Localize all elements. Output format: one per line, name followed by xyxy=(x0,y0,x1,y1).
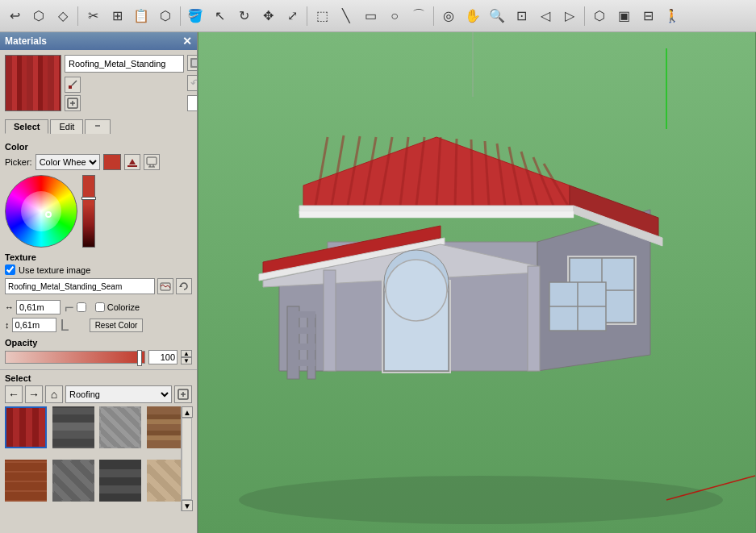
opacity-slider[interactable] xyxy=(5,351,145,364)
width-icon: ↔ xyxy=(5,302,14,312)
width-input[interactable] xyxy=(16,300,61,314)
picker-label: Picker: xyxy=(5,157,32,167)
scroll-track[interactable] xyxy=(182,418,192,500)
rectangle-button[interactable]: ▭ xyxy=(359,5,382,27)
component-button[interactable]: ⬡ xyxy=(588,5,611,27)
arc-button[interactable]: ⌒ xyxy=(407,5,430,27)
orbit-button[interactable]: ◎ xyxy=(437,5,460,27)
tab-extra[interactable] xyxy=(85,119,111,134)
opacity-spinner: ▲ ▼ xyxy=(181,350,192,364)
circle-button[interactable]: ○ xyxy=(383,5,406,27)
separator-5 xyxy=(584,6,585,26)
display-picker-button[interactable] xyxy=(187,55,198,71)
swatch-dark-shingle[interactable] xyxy=(99,460,141,502)
select-tool-button[interactable]: ↖ xyxy=(208,5,231,27)
browse-texture-button[interactable] xyxy=(157,278,173,294)
main-area: Materials ✕ xyxy=(0,32,756,533)
cut-button[interactable]: ✂ xyxy=(81,5,104,27)
panel-close-button[interactable]: ✕ xyxy=(182,35,192,48)
next-view-button[interactable]: ▷ xyxy=(558,5,581,27)
line-button[interactable]: ╲ xyxy=(335,5,357,27)
zoom-extents-button[interactable]: ⊡ xyxy=(510,5,533,27)
swatch-red-tiles[interactable] xyxy=(5,406,47,448)
svg-point-55 xyxy=(386,260,447,321)
new-button[interactable]: ↩ xyxy=(3,5,26,27)
reload-texture-button[interactable] xyxy=(176,278,192,294)
reset-color-button[interactable]: Reset Color xyxy=(90,319,144,332)
material-preview-swatch xyxy=(5,55,61,111)
group-button[interactable]: ▣ xyxy=(612,5,635,27)
erase-button[interactable]: ⬡ xyxy=(154,5,177,27)
forward-button[interactable]: → xyxy=(25,385,43,403)
save-button[interactable]: ◇ xyxy=(52,5,74,27)
use-texture-checkbox[interactable] xyxy=(5,264,15,275)
swatch-brick[interactable] xyxy=(5,460,47,502)
white-square-button[interactable] xyxy=(187,95,198,111)
color-swatch[interactable] xyxy=(103,154,121,170)
swatch-slate[interactable] xyxy=(99,406,141,448)
add-to-model-button[interactable] xyxy=(174,385,192,403)
color-wheel[interactable] xyxy=(5,175,77,248)
use-texture-row: Use texture image xyxy=(5,264,192,275)
tab-select[interactable]: Select xyxy=(5,119,48,134)
navigation-row: ← → ⌂ Roofing xyxy=(5,385,192,403)
pushpull-button[interactable]: ⬚ xyxy=(311,5,333,27)
add-material-button[interactable] xyxy=(65,95,81,111)
color-cursor xyxy=(45,211,52,218)
opacity-value-input[interactable] xyxy=(148,350,178,364)
pan-button[interactable]: ✋ xyxy=(462,5,484,27)
fill-color-button[interactable] xyxy=(124,154,140,170)
texture-name-input[interactable] xyxy=(5,278,155,294)
panel-title: Materials xyxy=(5,35,47,47)
svg-line-33 xyxy=(471,139,473,206)
section-button[interactable]: ⊟ xyxy=(637,5,659,27)
prev-view-button[interactable]: ◁ xyxy=(534,5,557,27)
bottom-select-section: Select ← → ⌂ Roofing xyxy=(0,369,197,514)
height-input[interactable] xyxy=(12,318,56,332)
color-picker-row: Picker: Color Wheel HLS HSB RGB List xyxy=(5,154,192,170)
swatch-dark-tiles[interactable] xyxy=(52,406,94,448)
undo-material-button[interactable]: ↶ xyxy=(187,75,198,91)
tab-edit[interactable]: Edit xyxy=(50,119,83,134)
bottom-select-label: Select xyxy=(5,373,192,383)
picker-select[interactable]: Color Wheel HLS HSB RGB List xyxy=(36,154,100,170)
svg-rect-0 xyxy=(69,85,72,89)
colorize-checkbox[interactable] xyxy=(95,302,105,312)
lock-ratio-checkbox[interactable] xyxy=(77,302,86,312)
dimensions-section: ↔ ⌐ Colorize ↕ L Reset Color xyxy=(5,299,192,333)
toolbar: ↩ ⬡ ◇ ✂ ⊞ 📋 ⬡ 🪣 ↖ ↻ ✥ ⤢ ⬚ ╲ ▭ ○ ⌒ ◎ ✋ 🔍 … xyxy=(0,0,756,32)
sample-color-button[interactable] xyxy=(65,77,81,93)
category-select[interactable]: Roofing xyxy=(65,385,172,403)
material-name-input[interactable] xyxy=(65,55,184,73)
use-texture-label: Use texture image xyxy=(19,265,90,275)
screen-color-picker[interactable] xyxy=(144,154,160,170)
move-tool-button[interactable]: ✥ xyxy=(257,5,279,27)
opacity-thumb xyxy=(137,350,142,366)
hue-slider[interactable] xyxy=(82,175,95,248)
open-button[interactable]: ⬡ xyxy=(27,5,50,27)
viewport[interactable] xyxy=(198,32,756,533)
hue-cursor xyxy=(81,197,96,200)
swatches-grid xyxy=(5,406,192,511)
paint-bucket-button[interactable]: 🪣 xyxy=(184,5,207,27)
scroll-up-button[interactable]: ▲ xyxy=(182,406,193,418)
separator-3 xyxy=(307,6,307,26)
chain-icon: ⌐ xyxy=(65,299,74,315)
home-button[interactable]: ⌂ xyxy=(45,385,63,403)
zoom-button[interactable]: 🔍 xyxy=(486,5,508,27)
paste-button[interactable]: 📋 xyxy=(130,5,152,27)
rotate-tool-button[interactable]: ↻ xyxy=(232,5,255,27)
colorize-label: Colorize xyxy=(107,302,140,312)
opacity-decrement-button[interactable]: ▼ xyxy=(181,357,192,364)
scroll-down-button[interactable]: ▼ xyxy=(182,500,193,511)
back-button[interactable]: ← xyxy=(5,385,23,403)
svg-rect-9 xyxy=(147,157,157,164)
copy-button[interactable]: ⊞ xyxy=(106,5,128,27)
opacity-increment-button[interactable]: ▲ xyxy=(181,350,192,357)
svg-line-32 xyxy=(455,139,457,206)
svg-rect-66 xyxy=(528,266,540,371)
panel-tabs: Select Edit xyxy=(0,116,197,134)
scale-tool-button[interactable]: ⤢ xyxy=(281,5,303,27)
swatch-grey-stone[interactable] xyxy=(52,460,94,502)
walk-button[interactable]: 🚶 xyxy=(661,5,683,27)
